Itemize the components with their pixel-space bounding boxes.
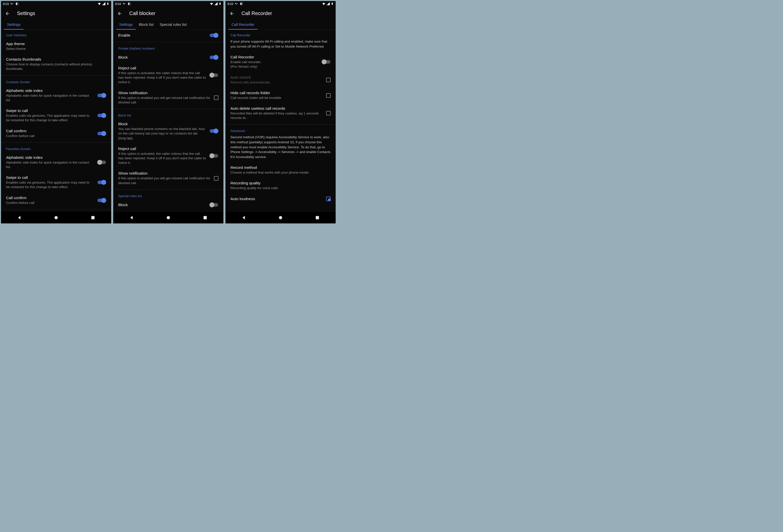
toggle-switch[interactable] xyxy=(210,153,218,158)
nav-back[interactable] xyxy=(241,215,247,220)
battery-icon xyxy=(106,2,109,6)
settings-item[interactable]: Recording quality Recording quality for … xyxy=(225,178,336,193)
item-subtitle: You can blacklist phone numbers on the b… xyxy=(118,127,206,140)
toggle-switch[interactable] xyxy=(210,33,218,38)
settings-item[interactable]: Alphabetic side index Alphabetic side in… xyxy=(1,152,111,172)
wifi-icon xyxy=(210,2,213,6)
item-title: Reject call xyxy=(118,147,206,151)
toggle-switch[interactable] xyxy=(97,198,106,203)
settings-item[interactable]: Contacts thumbnails Choose how to displa… xyxy=(1,54,111,74)
app-header: Call blocker xyxy=(113,7,223,20)
tab[interactable]: Settings xyxy=(116,20,136,30)
settings-item[interactable]: Show notification If this option is enab… xyxy=(113,88,223,108)
item-title: Block xyxy=(118,122,206,126)
status-bar: 8:03 xyxy=(225,1,336,7)
navigation-bar xyxy=(113,212,223,223)
nav-recent[interactable] xyxy=(90,215,96,220)
settings-item[interactable]: Block xyxy=(113,199,223,210)
settings-item[interactable]: Show notification If this option is enab… xyxy=(113,168,223,188)
tab[interactable]: Special rules list xyxy=(157,20,190,30)
settings-item[interactable]: Reject call If this option is activated,… xyxy=(113,144,223,168)
nav-home[interactable] xyxy=(165,215,171,220)
settings-item[interactable]: Swipe to call Enables calls via gestures… xyxy=(1,172,111,192)
item-subtitle: Choose a method that works with your pho… xyxy=(230,170,331,175)
toggle-switch[interactable] xyxy=(210,73,218,77)
missed-call-icon xyxy=(123,2,126,6)
back-button[interactable] xyxy=(229,11,234,16)
toggle-switch[interactable] xyxy=(97,113,106,118)
toggle-switch[interactable] xyxy=(97,180,106,185)
notification-icon xyxy=(15,2,19,6)
item-title: Swipe to call xyxy=(6,175,94,180)
nav-back[interactable] xyxy=(129,215,134,220)
settings-item[interactable]: Block xyxy=(113,52,223,63)
toggle-switch[interactable] xyxy=(210,128,218,133)
header-title: Call blocker xyxy=(129,10,155,16)
settings-item[interactable]: Alphabetic side index Alphabetic side in… xyxy=(1,86,111,105)
checkbox[interactable] xyxy=(326,111,331,116)
clock: 8:04 xyxy=(115,2,121,6)
settings-item[interactable]: Reject call If this option is activated,… xyxy=(113,63,223,88)
item-title: Call confirm xyxy=(6,129,94,133)
toggle-switch[interactable] xyxy=(322,59,331,64)
checkbox[interactable] xyxy=(326,93,331,98)
nav-back[interactable] xyxy=(17,215,22,220)
back-button[interactable] xyxy=(117,11,122,16)
battery-icon xyxy=(331,2,334,6)
nav-home[interactable] xyxy=(53,215,59,220)
item-subtitle: If this option is enabled you will get m… xyxy=(118,176,210,185)
nav-recent[interactable] xyxy=(202,215,208,220)
settings-item[interactable]: Call confirm Confirm before call xyxy=(1,126,111,141)
missed-call-icon xyxy=(235,2,238,6)
settings-item[interactable]: Record method Choose a method that works… xyxy=(225,162,336,178)
settings-item[interactable]: Enable xyxy=(113,30,223,41)
settings-item[interactable]: App theme Select theme xyxy=(1,38,111,54)
checkbox[interactable] xyxy=(326,197,331,201)
signal-icon xyxy=(214,2,218,6)
toggle-switch[interactable] xyxy=(97,160,106,165)
content[interactable]: Enable Private (hidden) numbers Block Re… xyxy=(113,30,223,212)
toggle-switch[interactable] xyxy=(210,202,218,208)
svg-rect-5 xyxy=(203,216,207,219)
tabs: Call Recorder xyxy=(225,20,336,30)
item-subtitle: Recording quality for voice calls xyxy=(230,186,331,190)
svg-point-4 xyxy=(167,216,170,219)
item-title: Hide call records folder xyxy=(230,91,323,95)
settings-item[interactable]: Hide call records folder Call records fo… xyxy=(225,88,336,103)
settings-item[interactable]: Call Recorder Enable call recorder.(Pro … xyxy=(225,52,336,72)
back-button[interactable] xyxy=(5,11,10,16)
settings-item[interactable]: Swipe to call Enables calls via gestures… xyxy=(1,105,111,125)
item-title: Call Recorder xyxy=(230,55,318,59)
item-subtitle: Recorded files will be deleted if they u… xyxy=(230,111,323,120)
item-title: Block xyxy=(118,202,206,207)
checkbox[interactable] xyxy=(214,176,218,181)
toggle-switch[interactable] xyxy=(97,93,106,98)
item-title: Alphabetic side index xyxy=(6,155,94,160)
toggle-switch[interactable] xyxy=(210,55,218,60)
item-subtitle: If this option is activated, the caller … xyxy=(118,71,206,85)
settings-item[interactable]: Auto loudness xyxy=(225,194,336,204)
divider xyxy=(113,189,223,190)
settings-item[interactable]: Auto delete useless call records Recorde… xyxy=(225,103,336,123)
nav-home[interactable] xyxy=(278,215,283,220)
settings-item[interactable]: Block You can blacklist phone numbers on… xyxy=(113,119,223,144)
section-header: Block list xyxy=(113,110,223,119)
tab[interactable]: Call Recorder xyxy=(228,20,257,30)
settings-item[interactable]: Call confirm Confirm before call xyxy=(1,193,111,208)
checkbox[interactable] xyxy=(326,77,331,82)
tab[interactable]: Block list xyxy=(136,20,157,30)
section-header: Special rules list xyxy=(113,191,223,199)
app-header: Call Recorder xyxy=(225,7,336,20)
divider xyxy=(1,142,111,143)
nav-recent[interactable] xyxy=(315,215,320,220)
content[interactable]: Call RecorderIf your phone supports Wi-F… xyxy=(225,30,336,212)
content[interactable]: User Interface App theme Select theme Co… xyxy=(1,30,111,212)
settings-item[interactable]: Auto record Record calls automatically. xyxy=(225,72,336,88)
signal-icon xyxy=(326,2,330,6)
header-title: Call Recorder xyxy=(242,10,272,16)
toggle-switch[interactable] xyxy=(97,131,106,136)
checkbox[interactable] xyxy=(214,95,218,100)
item-subtitle: Enables calls via gestures, The applicat… xyxy=(6,114,94,123)
item-title: Recording quality xyxy=(230,181,331,185)
tab[interactable]: Settings xyxy=(4,20,24,30)
